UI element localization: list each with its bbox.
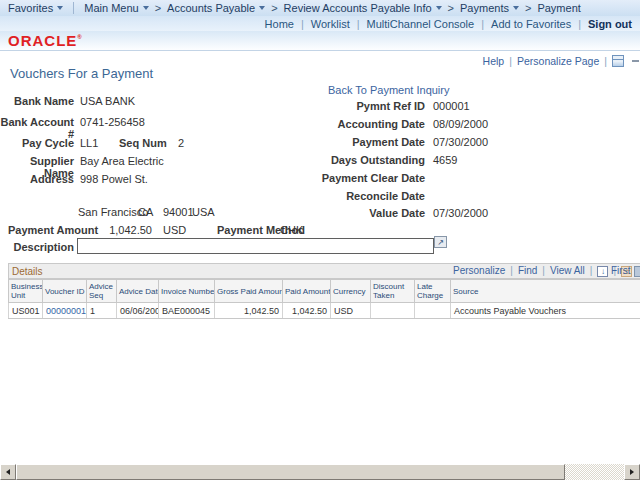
dropdown-arrow-icon xyxy=(57,6,63,10)
crumb-label: Payments xyxy=(460,2,509,14)
dropdown-arrow-icon xyxy=(259,6,265,10)
voucher-id-link[interactable]: 00000001 xyxy=(43,303,87,319)
cell-advice-date: 06/06/2000 xyxy=(117,303,159,319)
download-to-excel-icon[interactable]: ↓ xyxy=(597,266,608,277)
accounting-date-label: Accounting Date xyxy=(290,118,425,130)
add-to-favorites-link[interactable]: Add to Favorites xyxy=(491,18,571,30)
pymnt-ref-id-label: Pymnt Ref ID xyxy=(290,100,425,112)
breadcrumb-separator: > xyxy=(155,2,161,14)
form-row-value-date: Value Date 07/30/2000 xyxy=(0,207,640,220)
cell-gross-paid-amount: 1,042.50 xyxy=(215,303,283,319)
grid-toolbar-separator: | xyxy=(590,264,593,278)
col-advice-seq: Advice Seq xyxy=(87,280,117,303)
new-window-cut-icon xyxy=(632,60,639,62)
dropdown-arrow-icon xyxy=(436,6,442,10)
crumb-accounts-payable[interactable]: Accounts Payable xyxy=(167,2,265,14)
oracle-logo-text: ORACLE xyxy=(8,32,77,49)
form-row-payment-amount: Payment Amount 1,042.50 USD Payment Meth… xyxy=(0,224,640,237)
sign-out-link[interactable]: Sign out xyxy=(588,18,632,30)
description-label: Description xyxy=(0,241,74,253)
cell-late-charge xyxy=(415,303,451,319)
col-source: Source xyxy=(451,280,640,303)
scroll-left-icon xyxy=(6,469,10,475)
expand-field-icon[interactable]: ↗ xyxy=(434,236,447,248)
oracle-logo: ORACLE® xyxy=(8,32,82,49)
first-row-nav-icon[interactable] xyxy=(634,266,640,277)
grid-title: Details xyxy=(12,266,43,277)
utility-separator: | xyxy=(578,18,581,30)
col-late-charge: Late Charge xyxy=(415,280,451,303)
page-title: Vouchers For a Payment xyxy=(10,66,153,81)
col-paid-amount: Paid Amount xyxy=(283,280,331,303)
form-row-payment-clear-date: Payment Clear Date xyxy=(0,172,640,185)
main-menu[interactable]: Main Menu xyxy=(84,2,148,14)
value-date-value: 07/30/2000 xyxy=(433,207,488,219)
breadcrumb-separator: > xyxy=(271,2,277,14)
col-business-unit: Business Unit xyxy=(9,280,43,303)
utility-bar: Home | Worklist | MultiChannel Console |… xyxy=(0,16,640,31)
payment-method-value: CHK xyxy=(280,224,303,236)
details-table: Business Unit Voucher ID Advice Seq Advi… xyxy=(8,279,640,319)
form-row-payment-date: Payment Date 07/30/2000 xyxy=(0,136,640,149)
personalize-page-icon[interactable] xyxy=(612,55,624,67)
scrollbar-thumb[interactable] xyxy=(16,464,565,480)
payment-clear-date-label: Payment Clear Date xyxy=(290,172,425,184)
crumb-payment-current: Payment xyxy=(537,2,580,14)
cell-currency: USD xyxy=(331,303,371,319)
form-row-pymnt-ref: Pymnt Ref ID 000001 xyxy=(0,100,640,113)
favorites-label: Favorites xyxy=(8,2,53,14)
dropdown-arrow-icon xyxy=(513,6,519,10)
utility-separator: | xyxy=(357,18,360,30)
back-to-payment-inquiry-link[interactable]: Back To Payment Inquiry xyxy=(328,84,449,96)
scroll-right-button[interactable] xyxy=(624,464,640,480)
grid-view-all-link[interactable]: View All xyxy=(550,264,585,278)
scroll-left-button[interactable] xyxy=(0,464,16,480)
details-grid: Details Personalize | Find | View All | … xyxy=(8,263,640,319)
grid-personalize-link[interactable]: Personalize xyxy=(453,264,505,278)
worklist-link[interactable]: Worklist xyxy=(311,18,350,30)
multichannel-console-link[interactable]: MultiChannel Console xyxy=(367,18,475,30)
personalize-page-link[interactable]: Personalize Page xyxy=(517,55,599,67)
grid-toolbar: Personalize | Find | View All | ↓ | xyxy=(453,264,632,278)
horizontal-scrollbar[interactable] xyxy=(0,464,640,480)
favorites-menu[interactable]: Favorites xyxy=(8,2,63,14)
crumb-payments[interactable]: Payments xyxy=(460,2,519,14)
form-row-accounting-date: Accounting Date 08/09/2000 xyxy=(0,118,640,131)
crumb-label: Review Accounts Payable Info xyxy=(284,2,432,14)
cell-paid-amount: 1,042.50 xyxy=(283,303,331,319)
scroll-right-icon xyxy=(630,469,634,475)
accounting-date-value: 08/09/2000 xyxy=(433,118,488,130)
reconcile-date-label: Reconcile Date xyxy=(290,190,425,202)
breadcrumb-divider xyxy=(73,2,74,14)
home-link[interactable]: Home xyxy=(265,18,294,30)
form-row-days-outstanding: Days Outstanding 4659 xyxy=(0,154,640,167)
crumb-review-ap-info[interactable]: Review Accounts Payable Info xyxy=(284,2,442,14)
breadcrumb-separator: > xyxy=(448,2,454,14)
crumb-label: Payment xyxy=(537,2,580,14)
table-row: US001 00000001 1 06/06/2000 BAE000045 1,… xyxy=(9,303,640,319)
grid-find-link[interactable]: Find xyxy=(518,264,537,278)
col-invoice-number: Invoice Number xyxy=(159,280,215,303)
registered-mark: ® xyxy=(77,34,81,40)
utility-separator: | xyxy=(301,18,304,30)
payment-amount-value: 1,042.50 xyxy=(80,224,152,236)
page-tools-separator: | xyxy=(509,55,512,67)
header-band: ORACLE® xyxy=(0,31,640,51)
grid-first-label: First xyxy=(611,264,630,278)
description-input[interactable] xyxy=(77,238,434,254)
col-gross-paid-amount: Gross Paid Amount xyxy=(215,280,283,303)
grid-header-row: Business Unit Voucher ID Advice Seq Advi… xyxy=(9,280,640,303)
main-menu-label: Main Menu xyxy=(84,2,138,14)
breadcrumb-separator: > xyxy=(525,2,531,14)
payment-date-label: Payment Date xyxy=(290,136,425,148)
col-voucher-id: Voucher ID xyxy=(43,280,87,303)
col-currency: Currency xyxy=(331,280,371,303)
payment-date-value: 07/30/2000 xyxy=(433,136,488,148)
peoplesoft-window: Favorites Main Menu > Accounts Payable >… xyxy=(0,0,640,480)
help-link[interactable]: Help xyxy=(483,55,505,67)
grid-toolbar-separator: | xyxy=(542,264,545,278)
crumb-label: Accounts Payable xyxy=(167,2,255,14)
days-outstanding-value: 4659 xyxy=(433,154,457,166)
cell-discount-taken xyxy=(371,303,415,319)
form-row-reconcile-date: Reconcile Date xyxy=(0,190,640,203)
